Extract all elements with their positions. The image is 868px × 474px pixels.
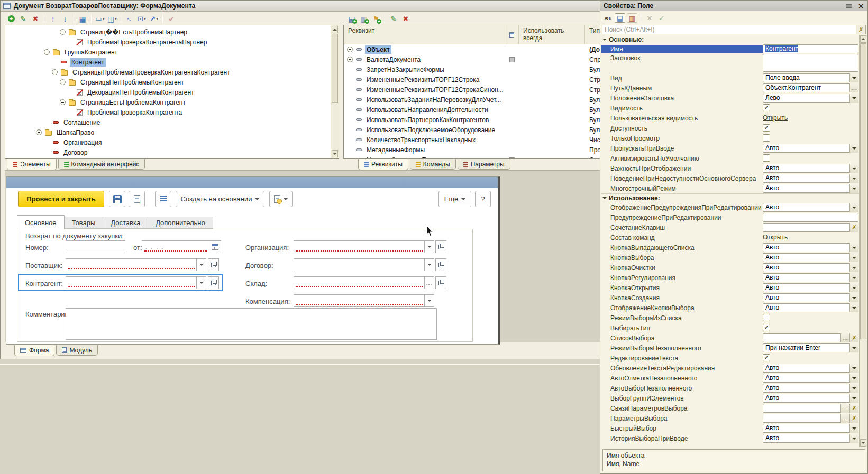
- collapse-icon[interactable]: [60, 29, 66, 35]
- add-icon[interactable]: [6, 14, 16, 24]
- property-label[interactable]: Вид: [601, 75, 763, 82]
- property-label[interactable]: РежимВыбораИзСписка: [601, 314, 763, 322]
- swap-icon[interactable]: [124, 14, 135, 24]
- property-value-field[interactable]: Авто: [763, 434, 858, 443]
- scroll-up-icon[interactable]: [860, 35, 866, 43]
- pin-icon[interactable]: [846, 4, 852, 8]
- property-label[interactable]: АвтоОтметкаНезаполненного: [601, 375, 763, 382]
- tree-item[interactable]: Организация: [5, 137, 330, 147]
- dropdown-button[interactable]: [849, 203, 858, 212]
- table-settings-icon[interactable]: [77, 14, 88, 24]
- property-label[interactable]: РедактированиеТекста: [601, 355, 763, 362]
- property-value-field[interactable]: Авто: [763, 364, 858, 373]
- counterparty-input[interactable]: [66, 276, 197, 289]
- delete-dim-icon[interactable]: [644, 13, 655, 23]
- properties-title-bar[interactable]: Свойства: Поле ✕: [600, 1, 867, 11]
- property-checkbox[interactable]: [763, 154, 770, 162]
- property-value-field[interactable]: Авто: [763, 144, 858, 153]
- dropdown-button[interactable]: [849, 273, 858, 282]
- property-label[interactable]: ПропускатьПриВводе: [601, 145, 763, 152]
- organization-dropdown-button[interactable]: [424, 240, 434, 253]
- clear-button[interactable]: ✗: [849, 404, 858, 413]
- scroll-down-icon[interactable]: [332, 150, 338, 157]
- document-journal-button[interactable]: [269, 191, 293, 207]
- property-checkbox[interactable]: ✔: [763, 324, 770, 331]
- property-value-field[interactable]: Авто: [763, 253, 858, 262]
- property-checkbox[interactable]: ✔: [763, 354, 770, 361]
- property-label[interactable]: Имя: [601, 45, 763, 53]
- property-value-field[interactable]: [763, 213, 858, 222]
- property-value-field[interactable]: Авто: [763, 283, 858, 292]
- warehouse-open-button[interactable]: [435, 276, 446, 289]
- dropdown-button[interactable]: [849, 184, 858, 193]
- dropdown-button[interactable]: [849, 434, 858, 443]
- property-label[interactable]: Состав команд: [601, 234, 763, 241]
- edit-icon[interactable]: [18, 14, 29, 24]
- property-value-field[interactable]: Авто: [763, 384, 858, 393]
- property-label[interactable]: БыстрыйВыбор: [601, 425, 763, 432]
- dropdown-button[interactable]: [849, 374, 858, 383]
- column-header-use-always[interactable]: Использовать всегда: [519, 25, 585, 44]
- lookup-button[interactable]: ...: [840, 404, 849, 413]
- date-input[interactable]: . . : :: [142, 240, 209, 253]
- expand-icon[interactable]: [347, 57, 353, 62]
- use-always-checkbox[interactable]: [509, 157, 515, 159]
- tab-elements[interactable]: Элементы: [7, 159, 57, 170]
- tree-item[interactable]: СтраницаЕстьПроблемаКонтрагент: [5, 97, 330, 107]
- categories-icon[interactable]: [615, 13, 625, 23]
- property-label[interactable]: Пользовательская видимость: [601, 115, 763, 122]
- tab-module[interactable]: Модуль: [56, 345, 98, 356]
- property-value-field[interactable]: Авто: [763, 164, 858, 173]
- important-icon[interactable]: [627, 13, 637, 23]
- form-tab-extra[interactable]: Дополнительно: [148, 217, 213, 229]
- section-header[interactable]: Основные:: [601, 35, 860, 44]
- property-open-link[interactable]: Открыть: [763, 114, 788, 122]
- property-label[interactable]: КнопкаОчистки: [601, 264, 763, 272]
- edit-icon[interactable]: [388, 14, 399, 24]
- dropdown-button[interactable]: [849, 243, 858, 252]
- contract-dropdown-button[interactable]: [424, 258, 434, 271]
- add-copy-icon[interactable]: [359, 14, 369, 24]
- add-attribute-icon[interactable]: [346, 14, 357, 24]
- check-icon[interactable]: [166, 14, 177, 24]
- property-label[interactable]: ВажностьПриОтображении: [601, 165, 763, 172]
- add-flag-icon[interactable]: [371, 14, 381, 24]
- dropdown-button[interactable]: [849, 174, 858, 183]
- close-icon[interactable]: ✕: [857, 2, 864, 10]
- property-checkbox[interactable]: ✔: [763, 104, 770, 111]
- lookup-button[interactable]: ...: [840, 414, 849, 423]
- counterparty-open-button[interactable]: [208, 276, 219, 289]
- tree-item[interactable]: ГруппаКонтрагент: [5, 47, 330, 57]
- property-label[interactable]: ПараметрыВыбора: [601, 415, 763, 422]
- use-always-checkbox[interactable]: [509, 57, 515, 62]
- form-tab-goods[interactable]: Товары: [65, 217, 104, 229]
- property-label[interactable]: Заголовок: [601, 54, 763, 62]
- tree-item[interactable]: Контрагент: [5, 57, 330, 67]
- property-label[interactable]: Доступность: [601, 125, 763, 132]
- supplier-dropdown-button[interactable]: [196, 258, 206, 271]
- property-value-field[interactable]: Авто: [763, 203, 858, 212]
- dropdown-button[interactable]: [849, 94, 858, 103]
- sort-az-icon[interactable]: [602, 13, 613, 23]
- layout-icon[interactable]: [107, 14, 117, 24]
- tree-scrollbar[interactable]: [331, 25, 339, 158]
- dropdown-button[interactable]: [849, 263, 858, 272]
- tab-form[interactable]: Форма: [14, 345, 54, 356]
- dropdown-button[interactable]: [849, 343, 858, 352]
- property-label[interactable]: ОтображениеКнопкиВыбора: [601, 304, 763, 312]
- organization-open-button[interactable]: [435, 240, 446, 253]
- tree-item[interactable]: Договор: [5, 147, 330, 157]
- counterparty-dropdown-button[interactable]: [196, 276, 206, 289]
- property-label[interactable]: СписокВыбора: [601, 334, 763, 342]
- property-value-field[interactable]: Контрагент: [763, 44, 858, 53]
- post-button[interactable]: [129, 191, 145, 207]
- property-value-field[interactable]: Авто: [763, 303, 858, 312]
- compensation-input[interactable]: [294, 294, 425, 307]
- property-label[interactable]: ПоложениеЗаголовка: [601, 95, 763, 102]
- delete-icon[interactable]: [400, 14, 411, 24]
- clear-search-icon[interactable]: ✗: [856, 25, 866, 34]
- property-open-link[interactable]: Открыть: [763, 234, 788, 241]
- contract-open-button[interactable]: [435, 258, 446, 271]
- more-button[interactable]: Еще: [438, 191, 471, 207]
- apply-dim-icon[interactable]: [656, 13, 667, 23]
